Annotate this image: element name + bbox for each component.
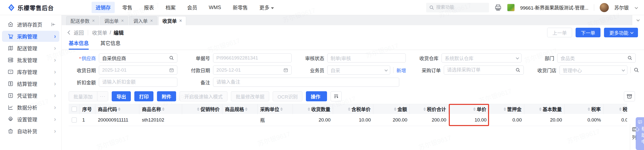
print-button[interactable]: 打印 bbox=[134, 91, 153, 101]
sort-icon[interactable] bbox=[423, 107, 426, 111]
collapse-sidebar-icon[interactable] bbox=[51, 22, 56, 27]
receive-store-select[interactable]: 管理中心 bbox=[559, 66, 627, 75]
sidebar-item-replenish[interactable]: 自动补货 › bbox=[2, 126, 59, 137]
sort-icon[interactable] bbox=[162, 107, 165, 111]
nav-item-xinlingshou[interactable]: 新零售 bbox=[229, 2, 252, 13]
search-icon[interactable] bbox=[169, 55, 174, 61]
supplier-label[interactable]: *供应商 bbox=[63, 55, 96, 62]
sort-icon[interactable] bbox=[348, 107, 350, 111]
close-icon[interactable]: × bbox=[179, 18, 182, 23]
printer-icon[interactable] bbox=[495, 4, 502, 11]
header-basket-deposit[interactable]: 筐押金 bbox=[489, 104, 524, 114]
row-checkbox[interactable] bbox=[72, 117, 77, 123]
header-product-name[interactable]: 商品名称 bbox=[139, 104, 182, 114]
table-display-settings-button[interactable] bbox=[331, 91, 342, 101]
tab-transfer-in[interactable]: 调入单 × bbox=[129, 16, 157, 25]
sidebar-item-voucher[interactable]: 凭证管理 › bbox=[2, 90, 59, 101]
header-receive-qty[interactable]: 收货数量 bbox=[293, 104, 333, 114]
batch-add-more-button[interactable]: ··· bbox=[97, 91, 108, 101]
header-tax-price[interactable]: 含税单价 bbox=[333, 104, 373, 114]
sidebar-item-home[interactable]: 进销存首页 bbox=[2, 19, 59, 30]
close-icon[interactable]: × bbox=[121, 18, 124, 23]
tab-basic-info[interactable]: 基本信息 bbox=[69, 39, 89, 50]
store-name[interactable]: 99661-新界面果蔬版测试-管理... bbox=[520, 4, 588, 11]
salesman-select[interactable]: 自采 bbox=[327, 66, 390, 75]
sidebar-item-inventory[interactable]: 库存管理 › bbox=[2, 66, 59, 77]
sidebar-item-analytics[interactable]: 数据分析 › bbox=[2, 102, 59, 113]
header-amount[interactable]: 金额 bbox=[373, 104, 410, 114]
nav-item-huiyuan[interactable]: 会员 bbox=[183, 2, 201, 13]
header-spec[interactable]: 商品规格 bbox=[222, 104, 258, 114]
header-tax-total[interactable]: 税价合计 bbox=[410, 104, 449, 114]
header-unit-price[interactable]: 单价 bbox=[449, 104, 489, 114]
close-icon[interactable]: × bbox=[150, 18, 153, 23]
sidebar-item-settings[interactable]: 设置管理 › bbox=[2, 114, 59, 125]
prev-order-button[interactable]: 上一单 bbox=[547, 28, 572, 37]
action-dropdown-button[interactable]: 操作 bbox=[306, 91, 327, 101]
tab-delivery-params[interactable]: 配送参数 × bbox=[66, 16, 99, 25]
receive-date-input[interactable] bbox=[99, 66, 177, 75]
tab-other-info[interactable]: 其它信息 bbox=[100, 39, 120, 50]
sort-icon[interactable] bbox=[619, 107, 622, 111]
nav-item-lingshou[interactable]: 零售 bbox=[118, 2, 136, 13]
tab-transfer-out[interactable]: 调出单 × bbox=[100, 16, 128, 25]
help-center-button[interactable]: 帮助中心 bbox=[636, 117, 644, 150]
tabs-overflow-button[interactable] bbox=[632, 15, 644, 25]
sort-icon[interactable] bbox=[473, 107, 476, 111]
sort-icon[interactable] bbox=[245, 107, 248, 111]
pay-date-input[interactable] bbox=[213, 66, 292, 75]
nav-item-more[interactable]: 更多 bbox=[255, 2, 278, 13]
header-tax-rate[interactable]: 税率 bbox=[565, 104, 603, 114]
search-input[interactable] bbox=[436, 5, 481, 10]
search-icon[interactable] bbox=[515, 68, 520, 73]
table-row[interactable]: 1 200000911111 sth120102 瓶 20.00 10.00 2… bbox=[69, 114, 627, 126]
more-functions-button[interactable]: 更多功能 bbox=[604, 28, 638, 37]
remark-input[interactable] bbox=[213, 78, 399, 87]
back-button[interactable]: 返回 bbox=[74, 29, 84, 36]
sidebar-item-settlement[interactable]: 结算管理 › bbox=[2, 78, 59, 89]
sort-icon[interactable] bbox=[504, 107, 506, 111]
close-icon[interactable]: × bbox=[92, 18, 95, 23]
warehouse-select[interactable]: 系统默认仓库 bbox=[441, 53, 521, 63]
user-name[interactable]: 苏尔银 bbox=[614, 4, 629, 11]
add-salesman-link[interactable]: 新增 bbox=[396, 67, 406, 74]
user-menu-chevron-icon[interactable] bbox=[635, 6, 638, 9]
sort-icon[interactable] bbox=[588, 107, 590, 111]
search-icon[interactable] bbox=[627, 55, 632, 61]
nav-item-wms[interactable]: WMS bbox=[205, 3, 225, 12]
nav-item-dangan[interactable]: 档案 bbox=[162, 2, 180, 13]
search-icon[interactable] bbox=[634, 67, 639, 73]
sort-icon[interactable] bbox=[197, 107, 199, 111]
batch-add-button[interactable]: 批量添加 bbox=[69, 91, 97, 101]
sort-icon[interactable] bbox=[280, 107, 283, 111]
sort-icon[interactable] bbox=[539, 107, 542, 111]
department-input[interactable] bbox=[557, 53, 636, 63]
ocr-button[interactable]: OCR识别 bbox=[273, 91, 302, 101]
sort-icon[interactable] bbox=[394, 107, 396, 111]
select-all-checkbox[interactable] bbox=[72, 107, 77, 112]
attachment-button[interactable]: 附件 bbox=[157, 91, 176, 101]
nav-item-jinxiaocun[interactable]: 进销存 bbox=[92, 2, 115, 13]
sort-icon[interactable] bbox=[118, 107, 120, 111]
header-tax-amount[interactable]: 税额 bbox=[603, 104, 627, 114]
next-order-button[interactable]: 下一单 bbox=[576, 28, 600, 37]
user-avatar[interactable] bbox=[600, 3, 609, 12]
breadcrumb-parent[interactable]: 收货单 bbox=[92, 29, 107, 36]
back-arrow-icon[interactable] bbox=[68, 31, 72, 35]
sidebar-item-purchase[interactable]: 采购管理 › bbox=[2, 31, 59, 42]
sidebar-item-delivery[interactable]: 配送管理 › bbox=[2, 43, 59, 54]
export-button[interactable]: 导出 bbox=[112, 91, 131, 101]
discount-input[interactable] bbox=[99, 78, 177, 87]
supplier-input[interactable] bbox=[99, 53, 177, 63]
header-promo-price[interactable]: 促销特价 bbox=[182, 104, 222, 114]
speed-input-button[interactable]: 开启极速输入模式 bbox=[180, 91, 227, 101]
sort-icon[interactable] bbox=[308, 107, 310, 111]
archive-panel-button[interactable] bbox=[624, 91, 635, 101]
global-search[interactable] bbox=[426, 3, 489, 12]
batch-edit-button[interactable]: 批量修改单据 bbox=[231, 91, 269, 101]
header-purchase-unit[interactable]: 采购单位 bbox=[258, 104, 293, 114]
tab-receipt-order[interactable]: 收货单 × bbox=[158, 16, 186, 25]
header-base-qty[interactable]: 基本数量 bbox=[524, 104, 565, 114]
sidebar-item-wholesale[interactable]: 批发管理 › bbox=[2, 54, 59, 66]
nav-item-baobiao[interactable]: 报表 bbox=[140, 2, 158, 13]
